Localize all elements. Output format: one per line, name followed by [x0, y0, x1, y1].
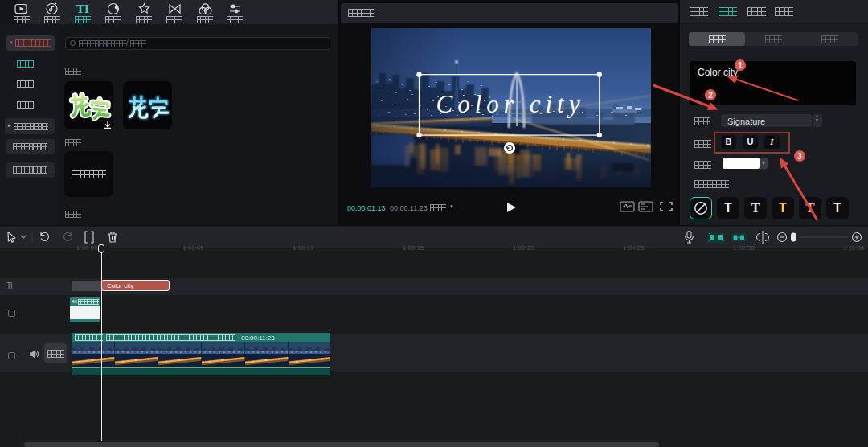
svg-text:TI: TI: [76, 2, 89, 15]
